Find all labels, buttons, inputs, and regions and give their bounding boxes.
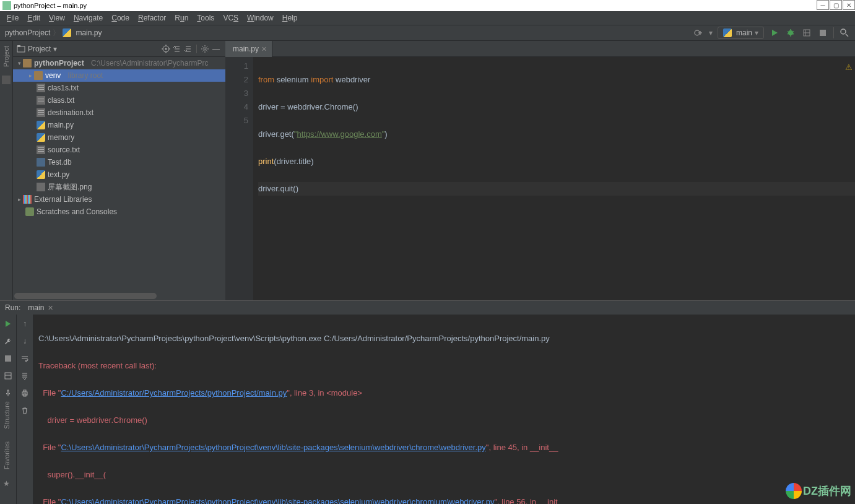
text-file-icon	[37, 96, 45, 105]
line-number: 1	[225, 59, 248, 73]
python-file-icon	[37, 170, 45, 179]
text-file-icon	[37, 84, 45, 92]
tree-file-label: memory	[48, 133, 74, 142]
scroll-to-end-icon[interactable]	[19, 370, 30, 381]
chevron-right-icon[interactable]: ▸	[27, 72, 34, 79]
close-tab-icon[interactable]: ✕	[48, 304, 53, 312]
config-dropdown-icon[interactable]: ▾	[709, 28, 713, 37]
chevron-down-icon[interactable]: ▾	[53, 45, 57, 53]
tree-file[interactable]: memory	[13, 131, 225, 144]
menu-tools[interactable]: Tools	[193, 14, 219, 22]
tree-scratches-label: Scratches and Consoles	[37, 207, 117, 216]
pin-icon[interactable]	[2, 388, 14, 399]
chevron-down-icon[interactable]: ▾	[15, 60, 23, 66]
scrollbar-thumb[interactable]	[14, 293, 157, 299]
breadcrumb-project[interactable]: pythonProject	[5, 28, 50, 37]
editor-tab-main[interactable]: main.py ✕	[225, 41, 272, 57]
project-icon	[17, 45, 25, 53]
run-button[interactable]	[769, 27, 780, 38]
tree-file[interactable]: source.txt	[13, 144, 225, 156]
svg-point-8	[165, 48, 167, 50]
locate-icon[interactable]	[160, 43, 171, 54]
line-number: 4	[225, 100, 248, 114]
stop-button[interactable]	[2, 353, 14, 364]
project-tree[interactable]: ▾ pythonProject C:\Users\Administrator\P…	[13, 57, 225, 292]
minimize-button[interactable]: ─	[817, 0, 829, 10]
menu-edit[interactable]: Edit	[23, 14, 45, 22]
app-icon	[2, 1, 11, 10]
line-number: 2	[225, 73, 248, 87]
menu-navigate[interactable]: Navigate	[69, 14, 107, 22]
console-output[interactable]: C:\Users\Administrator\PycharmProjects\p…	[33, 315, 855, 504]
warning-icon[interactable]: ⚠	[845, 61, 853, 74]
menu-run[interactable]: Run	[170, 14, 193, 22]
menu-view[interactable]: View	[45, 14, 69, 22]
tree-root-name: pythonProject	[34, 59, 84, 67]
gear-icon[interactable]	[199, 43, 210, 54]
menu-window[interactable]: Window	[243, 14, 278, 22]
tree-file[interactable]: main.py	[13, 119, 225, 131]
db-file-icon	[37, 158, 45, 167]
structure-tab[interactable]: Structure	[3, 399, 11, 432]
down-icon[interactable]: ↓	[19, 336, 30, 347]
project-hscrollbar[interactable]	[13, 292, 225, 300]
favorites-tab[interactable]: Favorites	[3, 439, 11, 472]
close-button[interactable]: ✕	[843, 0, 855, 10]
tree-file[interactable]: Test.db	[13, 156, 225, 168]
rerun-button[interactable]	[2, 318, 14, 329]
maximize-button[interactable]: ▢	[830, 0, 842, 10]
close-tab-icon[interactable]: ✕	[261, 45, 267, 53]
stop-button[interactable]	[817, 27, 828, 38]
tree-scratches[interactable]: Scratches and Consoles	[13, 206, 225, 218]
chevron-right-icon[interactable]: ▸	[15, 196, 23, 202]
left-bottom-toolstrip: Structure Favorites ★	[0, 399, 13, 504]
python-icon	[63, 28, 71, 37]
run-config-selector[interactable]: main ▾	[718, 27, 764, 39]
collapse-all-icon[interactable]	[183, 43, 194, 54]
up-icon[interactable]: ↑	[19, 318, 30, 329]
text-file-icon	[37, 146, 45, 154]
menu-refactor[interactable]: Refactor	[134, 14, 170, 22]
chevron-down-icon: ▾	[755, 28, 758, 37]
menu-help[interactable]: Help	[278, 14, 302, 22]
menu-vcs[interactable]: VCS	[219, 14, 243, 22]
tree-file[interactable]: clas1s.txt	[13, 82, 225, 94]
run-toolwindow: Run: main ✕ ↑ ↓ C:\Users\Administrator\P…	[0, 300, 855, 504]
layout-icon[interactable]	[2, 370, 14, 381]
navbar: pythonProject 〉 main.py ▾ main ▾	[0, 25, 855, 41]
expand-all-icon[interactable]	[171, 43, 183, 54]
toolwindow-icon[interactable]	[2, 76, 11, 84]
tree-root[interactable]: ▾ pythonProject C:\Users\Administrator\P…	[13, 57, 225, 69]
tree-file[interactable]: 屏幕截图.png	[13, 181, 225, 193]
debug-button[interactable]	[785, 27, 796, 38]
trash-icon[interactable]	[19, 405, 30, 416]
print-icon[interactable]	[19, 388, 30, 399]
separator	[196, 45, 197, 53]
python-file-icon	[37, 133, 45, 142]
search-button[interactable]	[839, 27, 850, 38]
editor: main.py ✕ 1 2 3 4 5 from selenium import…	[225, 41, 855, 300]
window-buttons: ─ ▢ ✕	[816, 0, 855, 10]
wrench-icon[interactable]	[2, 336, 14, 347]
menu-file[interactable]: File	[2, 14, 23, 22]
project-toolwindow-tab[interactable]: Project	[2, 43, 10, 69]
svg-rect-13	[24, 390, 26, 392]
tree-external-libs[interactable]: ▸External Libraries	[13, 193, 225, 206]
coverage-button[interactable]	[801, 27, 812, 38]
run-tab-name: main	[28, 303, 44, 312]
tree-venv[interactable]: ▸ venv library root	[13, 69, 225, 82]
gutter: 1 2 3 4 5	[225, 57, 253, 300]
text-file-icon	[37, 108, 45, 117]
add-config-icon[interactable]	[693, 27, 704, 38]
hide-icon[interactable]: —	[210, 43, 222, 54]
window-titlebar: pythonProject – main.py ─ ▢ ✕	[0, 0, 855, 11]
tree-file[interactable]: destination.txt	[13, 106, 225, 119]
tree-file[interactable]: text.py	[13, 168, 225, 181]
code-area[interactable]: 1 2 3 4 5 from selenium import webdriver…	[225, 57, 855, 300]
menu-code[interactable]: Code	[107, 14, 134, 22]
breadcrumb-file[interactable]: main.py	[76, 28, 102, 37]
tree-file[interactable]: class.txt	[13, 94, 225, 106]
soft-wrap-icon[interactable]	[19, 353, 30, 364]
python-file-icon	[37, 121, 45, 129]
code-lines[interactable]: from selenium import webdriver driver = …	[253, 57, 855, 300]
